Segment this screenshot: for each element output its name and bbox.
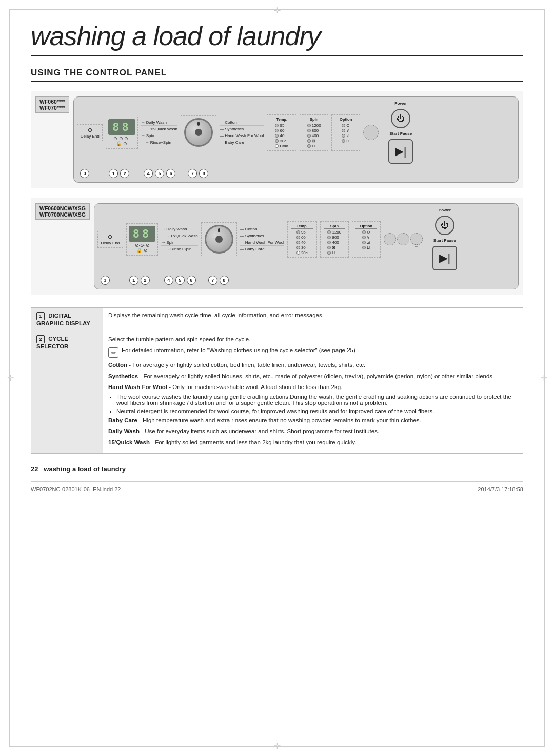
power-label-2: Power <box>439 208 451 212</box>
handwash-text: Hand Wash For Wool - Only for machine-wa… <box>108 383 518 392</box>
cycle-labels-left-2: →Daily Wash →15'Quick Wash →Spin →Rinse+… <box>161 226 197 252</box>
temp-col-1: Temp. 95 60 40 30c Cold <box>267 114 296 151</box>
badge-8b: 8 <box>220 276 229 285</box>
option-col-1: Option ⊙ ⊽ ⊿ ⊔ - <box>331 114 360 151</box>
cycle-labels-right-1: — Cotton — Synthetics — Hand Wash For Wo… <box>220 120 264 145</box>
diagram-container: WF060**** WF070**** ⊙ Delay End <box>31 91 523 295</box>
cotton-text: Cotton - For averagely or lightly soiled… <box>108 361 518 370</box>
badge-4b: 4 <box>164 276 173 285</box>
badge-7b: 7 <box>208 276 217 285</box>
start-button-1[interactable]: ▶| <box>388 139 413 164</box>
content-cell-1: Displays the remaining wash cycle time, … <box>103 308 523 331</box>
temp-col-2: Temp. 95 60 40 30 20c <box>287 221 317 258</box>
footer-page-label: 22_ washing a load of laundry <box>31 464 523 473</box>
info-table: 1 DIGITAL GRAPHIC DISPLAY Displays the r… <box>31 307 523 454</box>
badge-1: 1 <box>109 169 118 178</box>
badge-5: 5 <box>155 169 164 178</box>
document-footer: WF0702NC-02801K-06_EN.indd 22 2014/7/3 1… <box>31 481 523 492</box>
model-1a: WF060**** <box>39 99 65 105</box>
temp-header-1: Temp. <box>270 117 293 122</box>
power-label-1: Power <box>394 101 407 106</box>
diagram-block-2: WF0600NCW/XSG WF0700NCW/XSG ⊙ Delay End <box>31 198 523 295</box>
power-button-1[interactable]: ⏻ <box>391 109 410 128</box>
label-cell-2: 2 CYCLE SELECTOR <box>31 331 103 454</box>
spin-header-1: Spin <box>303 117 325 122</box>
panel-2: ⊙ Delay End 88 ⊙·⊙·⊙ 🔒⊙ <box>94 203 519 289</box>
info-note: ✏ For detailed information, refer to "Wa… <box>108 347 518 358</box>
panel-1: ⊙ Delay End 88 ⊙·⊙·⊙ 🔒⊙ <box>73 96 519 183</box>
badge-2: 2 <box>120 169 129 178</box>
power-button-2[interactable]: ⏻ <box>435 216 454 235</box>
content-cell-2: Select the tumble pattern and spin speed… <box>103 331 523 454</box>
temp-header-2: Temp. <box>291 224 313 229</box>
model-label-1: WF060**** WF070**** <box>35 96 69 113</box>
display-digits-1: 88 <box>108 119 135 135</box>
display-2: 88 ⊙·⊙·⊙ 🔒⊙ <box>126 223 159 256</box>
delay-end-2: ⊙ Delay End <box>97 231 123 248</box>
section-title: USING THE CONTROL PANEL <box>31 68 523 82</box>
model-2a: WF0600NCW/XSG <box>39 205 86 211</box>
start-button-2[interactable]: ▶| <box>432 246 457 270</box>
dial-2[interactable] <box>201 222 237 256</box>
badge-5b: 5 <box>175 276 185 285</box>
display-icons-1: 🔒⊙ <box>116 141 127 146</box>
delay-label-2: Delay End <box>101 241 120 245</box>
num-circle-1: 1 <box>36 312 45 320</box>
model-label-2: WF0600NCW/XSG WF0700NCW/XSG <box>35 203 90 220</box>
display-1: 88 ⊙·⊙·⊙ 🔒⊙ <box>106 117 138 149</box>
babycare-text: Baby Care - High temperature wash and ex… <box>108 416 518 425</box>
badge-row-2: 3 1 2 4 5 6 7 8 <box>97 276 515 285</box>
cycle-labels-right-2: — Cotton — Synthetics — Hand Wash For Wo… <box>240 226 284 252</box>
diagram-block-1: WF060**** WF070**** ⊙ Delay End <box>31 91 523 188</box>
badge-3: 3 <box>80 169 89 178</box>
delay-label-1: Delay End <box>81 134 100 139</box>
table-row-2: 2 CYCLE SELECTOR Select the tumble patte… <box>31 331 523 454</box>
note-text: For detailed information, refer to "Wash… <box>122 347 359 353</box>
badge-row-1: 3 1 2 4 5 6 7 8 <box>77 169 515 178</box>
wool-bullets: The wool course washes the laundry using… <box>108 394 518 414</box>
dial-1[interactable] <box>181 115 216 149</box>
content-text-1: Displays the remaining wash cycle time, … <box>108 312 324 318</box>
synthetics-text: Synthetics - For averagely or lightly so… <box>108 372 518 381</box>
reg-mark-left: ✛ <box>5 373 15 383</box>
cycle-intro: Select the tumble pattern and spin speed… <box>108 335 518 344</box>
option-header-1: Option <box>335 117 357 122</box>
reg-mark-top: ✛ <box>272 5 282 15</box>
badge-2b: 2 <box>141 276 150 285</box>
power-area-2: Power ⏻ Start Pause ▶| <box>428 208 457 270</box>
footer-filename: WF0702NC-02801K-06_EN.indd 22 <box>31 486 121 492</box>
page-title: washing a load of laundry <box>31 21 523 56</box>
badge-1b: 1 <box>129 276 138 285</box>
badge-4: 4 <box>144 169 153 178</box>
dailywash-text: Daily Wash - Use for everyday items such… <box>108 427 518 436</box>
num-circle-2: 2 <box>36 335 45 343</box>
table-row-1: 1 DIGITAL GRAPHIC DISPLAY Displays the r… <box>31 308 523 331</box>
wool-bullet-1: The wool course washes the laundry using… <box>116 394 518 406</box>
power-area-1: Power ⏻ Start Pause ▶| <box>384 101 413 164</box>
badge-6: 6 <box>166 169 175 178</box>
badge-8: 8 <box>199 169 208 178</box>
spin-col-1: Spin 1200 800 400 ⊠ ⊔ <box>300 114 328 151</box>
delay-end-1: ⊙ Delay End <box>77 124 103 141</box>
start-label-1: Start Pause <box>389 131 412 136</box>
footer-page-text: 22_ washing a load of laundry <box>31 465 126 473</box>
display-sub-1: ⊙·⊙·⊙ <box>113 136 130 141</box>
display-digits-2: 88 <box>129 226 156 242</box>
spin-header-2: Spin <box>324 224 345 229</box>
reg-mark-bottom: ✛ <box>272 741 282 751</box>
option-header-2: Option <box>355 224 377 229</box>
selector-circle-1 <box>363 125 379 140</box>
start-label-2: Start Pause <box>433 238 456 243</box>
wool-bullet-2: Neutral detergent is recommended for woo… <box>116 408 518 414</box>
model-2b: WF0700NCW/XSG <box>39 211 86 218</box>
quickwash-text: 15'Quick Wash - For lightly soiled garme… <box>108 438 518 447</box>
note-icon: ✏ <box>108 347 118 358</box>
model-1b: WF070**** <box>39 105 65 111</box>
reg-mark-right: ✛ <box>539 373 549 383</box>
badge-3b: 3 <box>101 276 110 285</box>
cycle-labels-left-1: →Daily Wash →15'Quick Wash →Spin →Rinse+… <box>141 120 177 145</box>
badge-6b: 6 <box>187 276 196 285</box>
label-cell-1: 1 DIGITAL GRAPHIC DISPLAY <box>31 308 103 331</box>
selector-circles-2: ☺ <box>384 233 423 245</box>
badge-7: 7 <box>188 169 197 178</box>
